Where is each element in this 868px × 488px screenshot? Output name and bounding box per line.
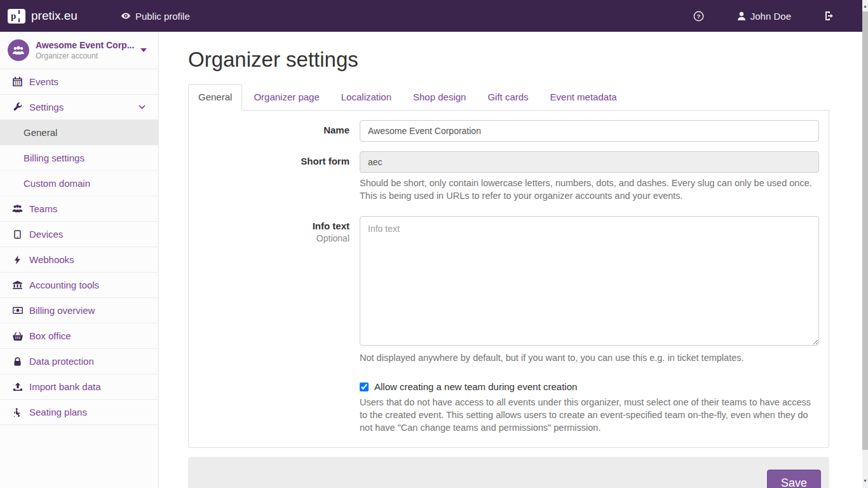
public-profile-label: Public profile <box>135 11 190 22</box>
main-content: Organizer settings General Organizer pag… <box>159 32 862 488</box>
scrollbar-up-arrow[interactable]: ▲ <box>862 1 868 11</box>
allow-team-help: Users that do not have access to all eve… <box>360 396 819 434</box>
sidebar-item-label: Accounting tools <box>29 280 99 290</box>
sidebar-item-devices[interactable]: Devices <box>0 222 158 247</box>
basket-icon <box>11 332 24 341</box>
tab-general[interactable]: General <box>188 84 242 111</box>
sidebar: Awesome Event Corp... Organizer account … <box>0 32 159 488</box>
svg-text:?: ? <box>696 13 700 20</box>
sidebar-item-import-bank-data[interactable]: Import bank data <box>0 374 158 400</box>
sidebar-item-label: Box office <box>29 330 71 341</box>
user-icon <box>737 11 746 21</box>
logout-button[interactable] <box>824 11 835 21</box>
bolt-icon <box>11 255 24 264</box>
sidebar-item-label: Seating plans <box>29 407 87 417</box>
tablet-icon <box>11 230 24 239</box>
sidebar-item-label: Settings <box>29 102 64 112</box>
sidebar-item-label: Devices <box>29 229 63 240</box>
help-button[interactable]: ? <box>693 11 704 22</box>
users-group-icon <box>8 39 29 61</box>
public-profile-link[interactable]: Public profile <box>121 11 190 22</box>
sidebar-item-accounting-tools[interactable]: Accounting tools <box>0 273 158 298</box>
short-form-label: Short form <box>198 156 349 166</box>
wrench-icon <box>11 102 24 112</box>
sidebar-item-label: Teams <box>29 203 57 214</box>
chevron-down-icon <box>139 105 146 109</box>
sidebar-item-label: Webhooks <box>29 254 74 265</box>
sidebar-item-webhooks[interactable]: Webhooks <box>0 247 158 273</box>
scrollbar-thumb[interactable] <box>862 11 868 450</box>
name-field[interactable] <box>360 120 819 142</box>
sidebar-item-label: Import bank data <box>29 381 101 392</box>
calendar-icon <box>11 77 24 86</box>
brand-link[interactable]: p pretix.eu <box>8 9 78 24</box>
sidebar-item-billing-overview[interactable]: Billing overview <box>0 298 158 323</box>
organizer-subtitle: Organizer account <box>36 51 134 60</box>
form-footer: Save <box>188 457 829 488</box>
sidebar-nav: Events Settings General Billing settings… <box>0 69 158 425</box>
seat-icon <box>11 408 24 417</box>
tab-bar: General Organizer page Localization Shop… <box>188 84 829 111</box>
sidebar-item-data-protection[interactable]: Data protection <box>0 349 158 374</box>
sidebar-item-billing-settings[interactable]: Billing settings <box>0 146 158 171</box>
info-text-label: Info text <box>198 220 349 231</box>
sidebar-item-teams[interactable]: Teams <box>0 196 158 222</box>
sidebar-item-custom-domain[interactable]: Custom domain <box>0 171 158 196</box>
sidebar-item-general[interactable]: General <box>0 120 158 146</box>
info-text-optional-label: Optional <box>198 233 349 243</box>
sidebar-item-seating-plans[interactable]: Seating plans <box>0 400 158 425</box>
sidebar-item-label: Events <box>29 76 58 87</box>
tab-localization[interactable]: Localization <box>331 84 402 111</box>
money-bill-icon <box>11 307 24 314</box>
lock-icon <box>11 357 24 366</box>
name-label: Name <box>198 125 349 135</box>
bank-icon <box>11 281 24 290</box>
allow-team-checkbox[interactable] <box>360 383 369 391</box>
settings-panel: Name Short form Should be short, only co… <box>188 111 829 448</box>
scrollbar-down-arrow[interactable]: ▼ <box>862 476 868 485</box>
pretix-logo-icon: p <box>8 9 25 24</box>
upload-icon <box>11 383 24 391</box>
info-text-help: Not displayed anywhere by default, but i… <box>360 351 819 364</box>
allow-team-label[interactable]: Allow creating a new team during event c… <box>374 381 577 392</box>
organizer-switcher[interactable]: Awesome Event Corp... Organizer account <box>0 32 158 69</box>
sidebar-item-box-office[interactable]: Box office <box>0 323 158 349</box>
short-form-field <box>360 151 819 173</box>
sidebar-item-label: Billing overview <box>29 305 95 316</box>
allow-team-row: Allow creating a new team during event c… <box>360 381 819 434</box>
tab-shop-design[interactable]: Shop design <box>403 84 476 111</box>
tab-gift-cards[interactable]: Gift cards <box>477 84 538 111</box>
users-icon <box>11 205 24 213</box>
page-title: Organizer settings <box>188 48 862 72</box>
sidebar-item-label: Custom domain <box>24 178 90 189</box>
sidebar-item-events[interactable]: Events <box>0 69 158 95</box>
eye-icon <box>121 11 131 21</box>
short-form-row: Short form Should be short, only contain… <box>198 151 819 202</box>
organizer-name: Awesome Event Corp... <box>36 40 134 50</box>
short-form-help: Should be short, only contain lowercase … <box>360 177 819 202</box>
info-text-row: Info text Optional Not displayed anywher… <box>198 216 819 364</box>
caret-down-icon <box>140 48 147 52</box>
brand-label: pretix.eu <box>31 9 78 23</box>
sidebar-item-label: Data protection <box>29 356 94 367</box>
sidebar-item-label: Billing settings <box>24 152 85 163</box>
name-form-row: Name <box>198 120 819 142</box>
user-name: John Doe <box>750 11 791 22</box>
save-button[interactable]: Save <box>767 470 821 488</box>
sidebar-item-settings[interactable]: Settings <box>0 95 158 120</box>
vertical-scrollbar[interactable]: ▲ ▼ <box>862 0 868 488</box>
tab-event-metadata[interactable]: Event metadata <box>540 84 627 111</box>
tab-organizer-page[interactable]: Organizer page <box>243 84 329 111</box>
info-text-field[interactable] <box>360 216 819 346</box>
top-navbar: p pretix.eu Public profile ? John Doe <box>0 0 868 32</box>
sidebar-item-label: General <box>24 127 57 138</box>
user-menu[interactable]: John Doe <box>737 11 791 22</box>
